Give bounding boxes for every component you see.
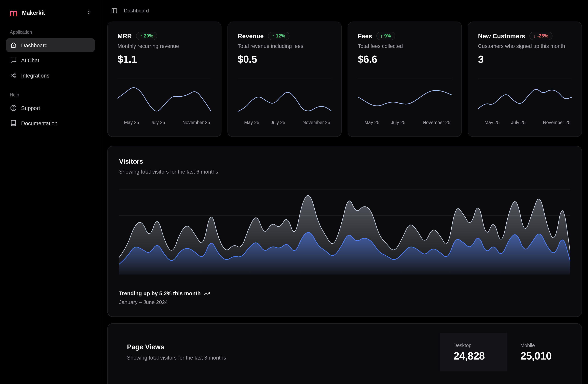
sidebar-item-label: AI Chat bbox=[21, 57, 39, 63]
visitors-card: Visitors Showing total visitors for the … bbox=[107, 146, 582, 317]
x-tick: July 25 bbox=[511, 120, 526, 125]
sidebar-item-ai-chat[interactable]: AI Chat bbox=[6, 53, 95, 67]
trend-percent: -25% bbox=[537, 33, 548, 39]
stat-card-new-customers: New Customers ↓ -25% Customers who signe… bbox=[468, 22, 582, 137]
visitors-area-chart bbox=[119, 188, 570, 274]
sidebar-item-documentation[interactable]: Documentation bbox=[6, 116, 95, 130]
help-circle-icon bbox=[10, 105, 17, 111]
sidebar-item-label: Support bbox=[21, 105, 40, 111]
stat-card-revenue: Revenue ↑ 12% Total revenue including fe… bbox=[228, 22, 342, 137]
stat-title: MRR bbox=[118, 32, 132, 40]
stats-grid: MRR ↑ 20% Monthly recurring revenue $1.1… bbox=[107, 22, 582, 137]
trend-badge: ↑ 12% bbox=[268, 32, 289, 40]
makerkit-logo: m bbox=[9, 8, 18, 17]
page-views-card: Page Views Showing total visitors for th… bbox=[107, 323, 582, 384]
visitors-title: Visitors bbox=[119, 158, 570, 166]
x-tick: July 25 bbox=[151, 120, 165, 125]
trend-arrow-up-icon: ↑ bbox=[272, 33, 274, 39]
workspace-name: Makerkit bbox=[22, 9, 45, 16]
page-views-mobile-toggle[interactable]: Mobile 25,010 bbox=[507, 333, 574, 371]
x-tick: July 25 bbox=[271, 120, 285, 125]
stat-card-mrr: MRR ↑ 20% Monthly recurring revenue $1.1… bbox=[107, 22, 221, 137]
chevrons-up-down-icon bbox=[86, 10, 92, 15]
main-area: Dashboard MRR ↑ 20% Monthly recurring re… bbox=[101, 0, 588, 384]
trend-badge: ↓ -25% bbox=[529, 32, 552, 40]
stat-subtitle: Customers who signed up this month bbox=[478, 43, 572, 49]
stat-subtitle: Monthly recurring revenue bbox=[118, 43, 211, 49]
trend-badge: ↑ 20% bbox=[136, 32, 157, 40]
x-tick: November 25 bbox=[423, 120, 450, 125]
sidebar-section-help: Help bbox=[10, 92, 95, 98]
stat-value: 3 bbox=[478, 54, 572, 65]
stat-title: New Customers bbox=[478, 32, 525, 40]
dashboard-content: MRR ↑ 20% Monthly recurring revenue $1.1… bbox=[101, 22, 588, 384]
sidebar-item-label: Dashboard bbox=[21, 42, 47, 48]
mobile-value: 25,010 bbox=[520, 350, 574, 362]
trend-percent: 12% bbox=[276, 33, 285, 39]
x-tick: May 25 bbox=[364, 120, 379, 125]
trend-arrow-up-icon: ↑ bbox=[140, 33, 142, 39]
stat-subtitle: Total revenue including fees bbox=[238, 43, 331, 49]
visitors-subtitle: Showing total visitors for the last 6 mo… bbox=[119, 169, 570, 175]
x-tick: May 25 bbox=[244, 120, 259, 125]
trend-arrow-down-icon: ↓ bbox=[533, 33, 536, 39]
trend-arrow-up-icon: ↑ bbox=[380, 33, 383, 39]
share-icon bbox=[10, 72, 17, 79]
desktop-value: 24,828 bbox=[454, 350, 507, 362]
chat-icon bbox=[10, 57, 17, 64]
sparkline-x-axis: May 25 July 25 November 25 bbox=[358, 120, 451, 127]
mobile-label: Mobile bbox=[520, 342, 574, 348]
revenue-sparkline-chart bbox=[238, 79, 331, 116]
x-tick: November 25 bbox=[182, 120, 210, 125]
visitors-trend-text: Trending up by 5.2% this month bbox=[119, 291, 201, 297]
x-tick: May 25 bbox=[124, 120, 139, 125]
sidebar: m Makerkit Application Dashboard AI Chat bbox=[0, 0, 101, 384]
visitors-date-range: January – June 2024 bbox=[119, 300, 570, 305]
workspace-switcher[interactable]: m Makerkit bbox=[6, 5, 95, 20]
trend-percent: 9% bbox=[384, 33, 391, 39]
page-views-toggles: Desktop 24,828 Mobile 25,010 bbox=[440, 333, 574, 371]
sidebar-item-dashboard[interactable]: Dashboard bbox=[6, 38, 95, 52]
sidebar-item-label: Integrations bbox=[21, 72, 49, 78]
x-tick: May 25 bbox=[484, 120, 500, 125]
x-tick: November 25 bbox=[543, 120, 570, 125]
book-icon bbox=[10, 120, 17, 126]
stat-card-fees: Fees ↑ 9% Total fees collected $6.6 May … bbox=[348, 22, 462, 137]
page-views-subtitle: Showing total visitors for the last 3 mo… bbox=[127, 355, 226, 361]
new-customers-sparkline-chart bbox=[478, 79, 572, 116]
sidebar-section-application: Application bbox=[10, 30, 95, 35]
mrr-sparkline-chart bbox=[118, 79, 211, 116]
sparkline-x-axis: May 25 July 25 November 25 bbox=[478, 120, 572, 127]
page-views-title: Page Views bbox=[127, 343, 226, 351]
x-tick: November 25 bbox=[303, 120, 330, 125]
stat-value: $6.6 bbox=[358, 54, 451, 65]
fees-sparkline-chart bbox=[358, 79, 451, 116]
app-root: m Makerkit Application Dashboard AI Chat bbox=[0, 0, 588, 384]
sidebar-item-integrations[interactable]: Integrations bbox=[6, 68, 95, 82]
visitors-footer: Trending up by 5.2% this month January –… bbox=[119, 291, 570, 305]
trend-percent: 20% bbox=[144, 33, 153, 39]
home-icon bbox=[10, 42, 17, 48]
desktop-label: Desktop bbox=[454, 342, 507, 348]
topbar: Dashboard bbox=[101, 0, 588, 22]
sparkline-x-axis: May 25 July 25 November 25 bbox=[238, 120, 331, 127]
x-tick: July 25 bbox=[391, 120, 405, 125]
sidebar-item-support[interactable]: Support bbox=[6, 101, 95, 115]
stat-title: Revenue bbox=[238, 32, 264, 40]
stat-value: $1.1 bbox=[118, 54, 211, 65]
sidebar-toggle-icon[interactable] bbox=[111, 7, 118, 14]
trend-badge: ↑ 9% bbox=[376, 32, 395, 40]
trending-up-icon bbox=[204, 291, 210, 297]
breadcrumb: Dashboard bbox=[124, 8, 149, 14]
stat-value: $0.5 bbox=[238, 54, 331, 65]
page-views-desktop-toggle[interactable]: Desktop 24,828 bbox=[440, 333, 507, 371]
stat-subtitle: Total fees collected bbox=[358, 43, 451, 49]
stat-title: Fees bbox=[358, 32, 372, 40]
sidebar-item-label: Documentation bbox=[21, 120, 57, 126]
sparkline-x-axis: May 25 July 25 November 25 bbox=[118, 120, 211, 127]
